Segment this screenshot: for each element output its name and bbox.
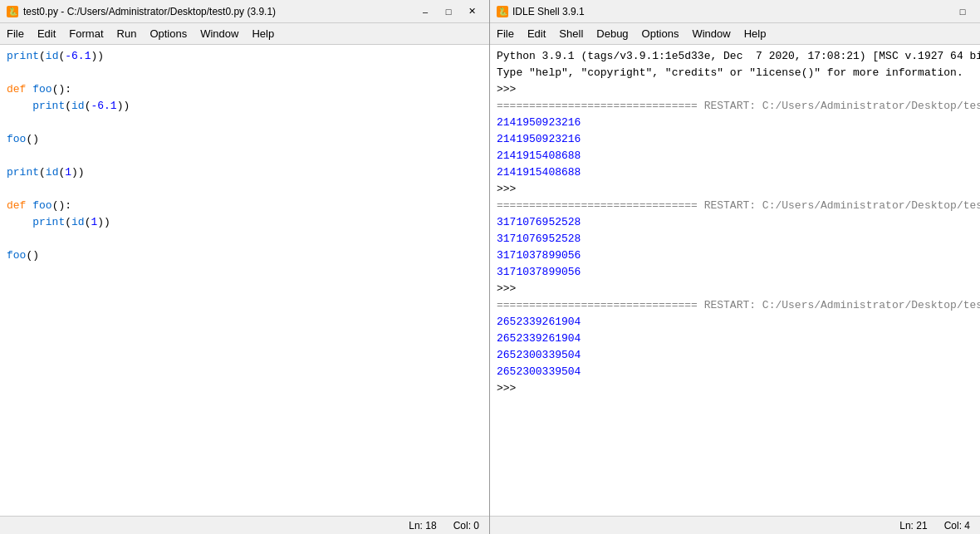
code-line-4: print(id(-6.1)) — [7, 98, 486, 115]
shell-restart-2: =============================== RESTART:… — [497, 198, 977, 214]
shell-menu-edit[interactable]: Edit — [521, 23, 552, 44]
code-line-9 — [7, 181, 486, 198]
editor-menu-options[interactable]: Options — [143, 23, 194, 44]
editor-menu-run[interactable]: Run — [110, 23, 144, 44]
shell-icon: 🐍 — [497, 6, 508, 17]
shell-restart-3: =============================== RESTART:… — [497, 297, 977, 314]
shell-prompt-1: >>> — [497, 81, 977, 98]
code-line-10: def foo(): — [7, 198, 486, 214]
code-line-11: print(id(1)) — [7, 214, 486, 231]
editor-minimize-button[interactable]: – — [414, 3, 436, 20]
code-line-6: foo() — [7, 131, 486, 148]
shell-restart-1: =============================== RESTART:… — [497, 98, 977, 115]
shell-panel: 🐍 IDLE Shell 3.9.1 – □ ✕ File Edit Shell… — [490, 0, 980, 534]
editor-statusbar: Ln: 18 Col: 0 — [0, 516, 489, 534]
shell-run2-line2: 3171076952528 — [497, 231, 977, 247]
shell-ln: Ln: 21 — [899, 520, 927, 532]
editor-maximize-button[interactable]: □ — [438, 3, 459, 20]
shell-run3-line3: 2652300339504 — [497, 347, 977, 364]
shell-statusbar: Ln: 21 Col: 4 — [490, 516, 980, 534]
shell-menubar: File Edit Shell Debug Options Window Hel… — [490, 23, 980, 45]
editor-menu-window[interactable]: Window — [194, 23, 245, 44]
code-line-7 — [7, 148, 486, 164]
code-line-2 — [7, 65, 486, 81]
shell-run2-line4: 3171037899056 — [497, 264, 977, 281]
shell-prompt-3: >>> — [497, 281, 977, 297]
code-line-3: def foo(): — [7, 81, 486, 98]
editor-menu-format[interactable]: Format — [62, 23, 110, 44]
shell-run1-line4: 2141915408688 — [497, 164, 977, 181]
editor-col: Col: 0 — [453, 520, 479, 532]
code-line-12 — [7, 231, 486, 247]
shell-run3-line1: 2652339261904 — [497, 314, 977, 331]
code-line-1: print(id(-6.1)) — [7, 48, 486, 65]
shell-run3-line2: 2652339261904 — [497, 331, 977, 347]
shell-prompt-2: >>> — [497, 181, 977, 198]
editor-win-controls: – □ ✕ — [414, 3, 483, 20]
shell-run3-line4: 2652300339504 — [497, 364, 977, 380]
shell-maximize-button[interactable]: □ — [952, 3, 973, 20]
shell-col: Col: 4 — [944, 520, 970, 532]
shell-run1-line3: 2141915408688 — [497, 148, 977, 164]
shell-prompt-4: >>> — [497, 380, 977, 397]
editor-ln: Ln: 18 — [409, 520, 436, 532]
code-line-13: foo() — [7, 247, 486, 264]
editor-content[interactable]: print(id(-6.1)) def foo(): print(id(-6.1… — [0, 45, 489, 516]
shell-menu-help[interactable]: Help — [737, 23, 773, 44]
editor-menu-edit[interactable]: Edit — [31, 23, 62, 44]
shell-run1-line2: 2141950923216 — [497, 131, 977, 148]
shell-run2-line3: 3171037899056 — [497, 247, 977, 264]
editor-icon: 🐍 — [7, 6, 18, 17]
shell-menu-debug[interactable]: Debug — [590, 23, 635, 44]
shell-menu-window[interactable]: Window — [685, 23, 737, 44]
shell-content[interactable]: Python 3.9.1 (tags/v3.9.1:1e5d33e, Dec 7… — [490, 45, 980, 516]
editor-menubar: File Edit Format Run Options Window Help — [0, 23, 489, 45]
shell-menu-file[interactable]: File — [490, 23, 521, 44]
shell-run1-line1: 2141950923216 — [497, 115, 977, 131]
shell-titlebar: 🐍 IDLE Shell 3.9.1 – □ ✕ — [490, 0, 980, 23]
editor-close-button[interactable]: ✕ — [461, 3, 483, 20]
shell-banner: Python 3.9.1 (tags/v3.9.1:1e5d33e, Dec 7… — [497, 48, 977, 65]
shell-menu-options[interactable]: Options — [635, 23, 686, 44]
editor-menu-help[interactable]: Help — [245, 23, 281, 44]
editor-titlebar: 🐍 test0.py - C:/Users/Administrator/Desk… — [0, 0, 489, 23]
code-line-5 — [7, 115, 486, 131]
shell-title: IDLE Shell 3.9.1 — [512, 6, 952, 17]
shell-menu-shell[interactable]: Shell — [552, 23, 590, 44]
editor-title: test0.py - C:/Users/Administrator/Deskto… — [23, 6, 414, 17]
code-line-8: print(id(1)) — [7, 164, 486, 181]
editor-panel: 🐍 test0.py - C:/Users/Administrator/Desk… — [0, 0, 490, 534]
shell-type-help: Type "help", "copyright", "credits" or "… — [497, 65, 977, 81]
shell-run2-line1: 3171076952528 — [497, 214, 977, 231]
editor-menu-file[interactable]: File — [0, 23, 31, 44]
